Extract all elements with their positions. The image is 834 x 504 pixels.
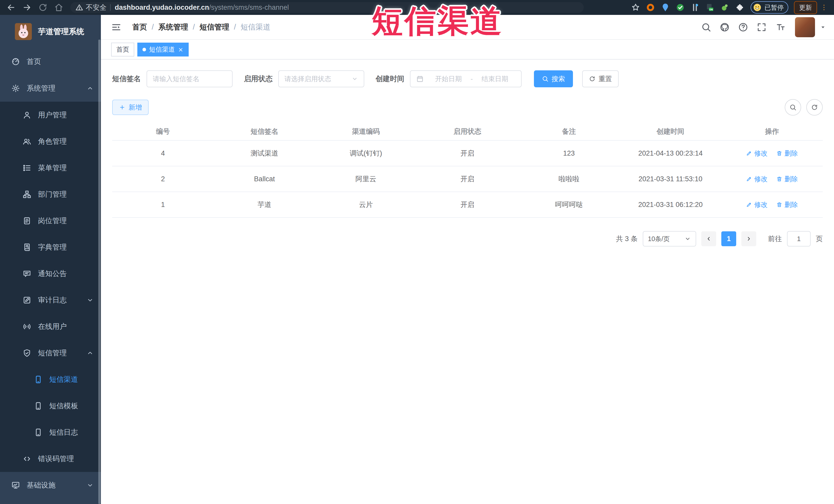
chevron-right-icon [746, 236, 752, 242]
navbar-right-tools [693, 17, 826, 37]
delete-link[interactable]: 删除 [776, 175, 798, 183]
page-size-select[interactable]: 10条/页 [643, 231, 696, 246]
forward-icon[interactable] [22, 3, 32, 12]
url-path: /system/sms/sms-channel [209, 4, 289, 12]
search-button[interactable]: 搜索 [534, 70, 573, 87]
browser-menu-dots-icon[interactable] [820, 3, 828, 12]
prev-page-button[interactable] [701, 231, 716, 246]
delete-link-label: 删除 [785, 175, 798, 183]
help-icon[interactable] [738, 22, 748, 32]
sidebar-item-字典管理[interactable]: 字典管理 [0, 234, 101, 260]
refresh-icon [811, 104, 818, 111]
sidebar-item-基础设施[interactable]: 基础设施 [0, 472, 101, 499]
sidebar-item-角色管理[interactable]: 角色管理 [0, 128, 101, 155]
tag-close-icon[interactable] [178, 47, 183, 52]
extension-green-sprite-icon[interactable] [720, 3, 729, 12]
extension-blue-pin-icon[interactable] [661, 3, 670, 12]
sidebar-item-审计日志[interactable]: 审计日志 [0, 287, 101, 313]
plus-icon [119, 104, 126, 111]
cell-status: 开启 [417, 141, 518, 166]
github-icon[interactable] [720, 22, 730, 32]
chevron-down-icon [87, 482, 94, 489]
users-icon [23, 137, 31, 146]
tag-短信渠道[interactable]: 短信渠道 [137, 43, 189, 57]
cell-status: 开启 [417, 192, 518, 217]
fullscreen-icon[interactable] [756, 22, 767, 32]
notice-icon [23, 269, 31, 278]
cell-operations: 修改删除 [721, 141, 823, 166]
select-chevron-down-icon [684, 236, 691, 242]
goto-page-input[interactable] [787, 231, 811, 246]
breadcrumb-item-首页[interactable]: 首页 [132, 22, 147, 32]
edit-link[interactable]: 修改 [746, 200, 768, 209]
sidebar-item-系统管理[interactable]: 系统管理 [0, 75, 101, 102]
delete-link[interactable]: 删除 [776, 149, 798, 158]
breadcrumb-separator: / [193, 23, 195, 31]
sidebar-item-用户管理[interactable]: 用户管理 [0, 102, 101, 128]
user-avatar[interactable] [795, 17, 815, 37]
address-bar[interactable]: 不安全 dashboard.yudao.iocoder.cn /system/s… [70, 2, 584, 13]
cell-sign: 芋道 [214, 192, 315, 217]
sidebar-item-错误码管理[interactable]: 错误码管理 [0, 445, 101, 472]
avatar-caret-down-icon[interactable] [820, 24, 826, 30]
sidebar-item-label: 错误码管理 [38, 454, 74, 464]
edit-link[interactable]: 修改 [746, 149, 768, 158]
profile-paused-chip[interactable]: 已暂停 [751, 1, 788, 14]
sidebar-item-通知公告[interactable]: 通知公告 [0, 260, 101, 287]
hamburger-icon[interactable] [111, 22, 122, 32]
sidebar-item-在线用户[interactable]: 在线用户 [0, 313, 101, 340]
sign-input-field[interactable] [153, 75, 226, 83]
table-header-渠道编码: 渠道编码 [315, 123, 417, 140]
breadcrumb-item-短信管理[interactable]: 短信管理 [199, 22, 229, 32]
breadcrumb-item-系统管理[interactable]: 系统管理 [158, 22, 188, 32]
cell-id: 4 [112, 141, 214, 166]
next-page-button[interactable] [741, 231, 756, 246]
sign-input[interactable] [147, 70, 233, 87]
sidebar-item-首页[interactable]: 首页 [0, 48, 101, 75]
edit-link[interactable]: 修改 [746, 175, 768, 183]
home-icon[interactable] [54, 3, 64, 12]
sidebar-logo-row[interactable]: 芋道管理系统 [0, 15, 101, 48]
back-icon[interactable] [6, 3, 16, 12]
tag-首页[interactable]: 首页 [111, 43, 134, 57]
browser-update-button[interactable]: 更新 [794, 1, 817, 14]
sidebar-item-菜单管理[interactable]: 菜单管理 [0, 155, 101, 181]
font-size-icon[interactable] [775, 22, 785, 32]
toggle-search-button[interactable] [785, 99, 801, 115]
sidebar-item-岗位管理[interactable]: 岗位管理 [0, 207, 101, 234]
header-search-icon[interactable] [701, 22, 711, 32]
delete-link[interactable]: 删除 [776, 200, 798, 209]
cell-sign: Ballcat [214, 167, 315, 192]
status-select[interactable]: 请选择启用状态 [278, 70, 364, 87]
extension-sliders-icon[interactable] [690, 3, 700, 12]
sidebar-item-短信日志[interactable]: 短信日志 [0, 419, 101, 445]
sidebar-item-短信管理[interactable]: 短信管理 [0, 340, 101, 366]
sidebar-item-短信渠道[interactable]: 短信渠道 [0, 366, 101, 393]
extension-orange-ring-icon[interactable] [646, 3, 655, 12]
sidebar-item-label: 岗位管理 [38, 216, 67, 226]
current-page-button[interactable]: 1 [721, 231, 736, 246]
extension-on-badge-icon[interactable]: ON [705, 3, 715, 12]
reset-button[interactable]: 重置 [582, 70, 619, 87]
menu-list-icon [23, 163, 31, 172]
user-icon [23, 111, 31, 119]
extensions-puzzle-icon[interactable] [735, 3, 744, 12]
cell-created: 2021-03-31 06:12:20 [620, 192, 721, 217]
table-row: 4测试渠道调试(钉钉)开启1232021-04-13 00:23:14修改删除 [112, 141, 823, 167]
sidebar-item-label: 在线用户 [38, 322, 67, 331]
date-range-picker[interactable]: 开始日期 - 结束日期 [410, 70, 522, 87]
bookmark-star-icon[interactable] [631, 3, 640, 12]
phone-icon [34, 401, 43, 410]
chevron-up-icon [87, 85, 94, 92]
reload-icon[interactable] [38, 3, 48, 12]
sidebar-item-部门管理[interactable]: 部门管理 [0, 181, 101, 207]
add-button[interactable]: 新增 [112, 100, 149, 115]
tag-label: 短信渠道 [149, 45, 175, 54]
sidebar-item-短信模板[interactable]: 短信模板 [0, 393, 101, 419]
refresh-table-button[interactable] [806, 99, 823, 115]
extension-green-check-icon[interactable] [676, 3, 685, 12]
trash [776, 176, 783, 182]
sidebar-item-label: 角色管理 [38, 137, 67, 146]
sidebar-scrollbar[interactable] [98, 40, 101, 504]
sidebar-item-label: 审计日志 [38, 295, 67, 305]
